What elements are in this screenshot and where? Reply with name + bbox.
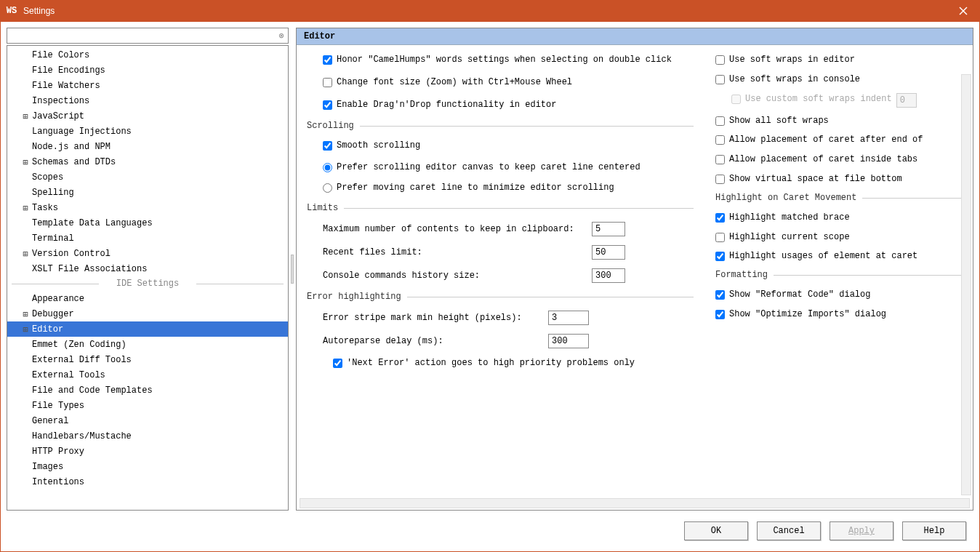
tree-item[interactable]: File Types (7, 398, 288, 413)
prefer-caret-radio[interactable] (323, 183, 332, 193)
tree-item-label: Appearance (31, 294, 84, 304)
virtual-space-bottom-label: Show virtual space at file bottom (729, 173, 902, 185)
horizontal-scrollbar[interactable] (300, 498, 970, 508)
reformat-dialog-checkbox[interactable] (715, 290, 725, 300)
change-font-size-checkbox[interactable] (323, 78, 332, 87)
splitter[interactable] (289, 28, 296, 511)
tree-item[interactable]: ⊞Debugger (7, 306, 288, 321)
app-logo-icon: WS (6, 5, 17, 17)
expander-icon[interactable]: ⊞ (20, 111, 31, 121)
tree-item[interactable]: XSLT File Associations (7, 261, 288, 276)
show-all-soft-wraps-checkbox[interactable] (715, 116, 725, 126)
virtual-space-bottom-checkbox[interactable] (715, 175, 725, 184)
soft-wraps-editor-checkbox[interactable] (715, 55, 725, 65)
tree-item-label: Scopes (31, 172, 63, 183)
ok-button[interactable]: OK (684, 521, 748, 540)
tree-item-label: HTTP Proxy (31, 447, 84, 457)
highlight-usages-label: Highlight usages of element at caret (729, 250, 917, 263)
tree-item[interactable]: ⊞Schemas and DTDs (7, 154, 288, 169)
expander-icon[interactable]: ⊞ (20, 157, 31, 167)
autoreparse-input[interactable] (548, 334, 589, 348)
tree-item[interactable]: File Watchers (7, 78, 288, 93)
error-stripe-input[interactable] (548, 311, 589, 325)
tree-item[interactable]: Handlebars/Mustache (7, 428, 288, 444)
tree-item[interactable]: Template Data Languages (7, 215, 288, 231)
console-history-input[interactable] (592, 268, 625, 283)
prefer-canvas-radio[interactable] (323, 163, 332, 172)
caret-after-eol-label: Allow placement of caret after end of (729, 134, 923, 146)
honor-camelhumps-label: Honor "CamelHumps" words settings when s… (337, 54, 672, 66)
tree-item[interactable]: ⊞JavaScript (7, 108, 288, 124)
console-history-label: Console commands history size: (323, 271, 585, 281)
recent-files-input[interactable] (592, 245, 625, 260)
tree-item-label: Tasks (31, 203, 58, 213)
tree-item-label: Terminal (31, 233, 74, 244)
soft-wraps-console-checkbox[interactable] (715, 75, 725, 84)
limits-title: Limits (307, 203, 344, 213)
tree-item[interactable]: ⊞Version Control (7, 246, 288, 261)
honor-camelhumps-checkbox[interactable] (323, 55, 332, 65)
tree-item[interactable]: Intentions (7, 474, 288, 489)
apply-button[interactable]: Apply (830, 521, 893, 540)
tree-section-header: IDE Settings (7, 276, 288, 291)
tree-item[interactable]: Node.js and NPM (7, 139, 288, 154)
tree-item[interactable]: File Encodings (7, 63, 288, 78)
expander-icon[interactable]: ⊞ (20, 249, 31, 259)
title-bar: WS Settings (0, 0, 980, 22)
dialog-button-bar: OK Cancel Apply Help (7, 516, 973, 545)
tree-item[interactable]: Inspections (7, 93, 288, 108)
tree-item[interactable]: Spelling (7, 185, 288, 200)
tree-item[interactable]: Scopes (7, 169, 288, 185)
panel-title: Editor (297, 28, 973, 45)
tree-item[interactable]: File and Code Templates (7, 383, 288, 398)
help-button[interactable]: Help (902, 521, 966, 540)
expander-icon[interactable]: ⊞ (20, 309, 31, 319)
window-title: Settings (23, 6, 947, 16)
caret-inside-tabs-checkbox[interactable] (715, 155, 725, 164)
tree-item[interactable]: Terminal (7, 231, 288, 246)
close-button[interactable] (947, 0, 980, 22)
search-input[interactable] (7, 31, 275, 41)
clear-search-icon[interactable]: ⊗ (275, 31, 288, 41)
close-icon (959, 7, 968, 15)
cancel-button[interactable]: Cancel (757, 521, 821, 540)
tree-item[interactable]: External Diff Tools (7, 352, 288, 367)
soft-wraps-console-label: Use soft wraps in console (729, 73, 860, 86)
highlight-usages-checkbox[interactable] (715, 252, 725, 261)
tree-item[interactable]: External Tools (7, 367, 288, 383)
expander-icon[interactable]: ⊞ (20, 324, 31, 335)
tree-item-label: File Colors (31, 50, 89, 60)
next-error-checkbox[interactable] (333, 359, 342, 368)
formatting-title: Formatting (715, 270, 774, 280)
prefer-canvas-label: Prefer scrolling editor canvas to keep c… (337, 162, 640, 172)
tree-item-label: External Diff Tools (31, 355, 132, 365)
scrolling-title: Scrolling (307, 121, 360, 131)
tree-item-label: General (31, 416, 68, 426)
optimize-imports-dialog-checkbox[interactable] (715, 310, 725, 319)
settings-tree[interactable]: File ColorsFile EncodingsFile WatchersIn… (7, 45, 289, 511)
enable-dnd-checkbox[interactable] (323, 100, 332, 110)
caret-after-eol-checkbox[interactable] (715, 135, 725, 145)
tree-item-label: XSLT File Associations (31, 264, 147, 274)
tree-item[interactable]: Appearance (7, 291, 288, 306)
tree-item[interactable]: ⊞Tasks (7, 200, 288, 215)
expander-icon[interactable]: ⊞ (20, 203, 31, 213)
tree-item[interactable]: HTTP Proxy (7, 444, 288, 459)
tree-item-label: Intentions (31, 477, 84, 487)
highlight-scope-label: Highlight current scope (729, 231, 850, 244)
tree-item[interactable]: Emmet (Zen Coding) (7, 337, 288, 352)
tree-item[interactable]: ⊞Editor (7, 321, 288, 337)
sidebar: ⊗ File ColorsFile EncodingsFile Watchers… (7, 28, 289, 511)
smooth-scrolling-checkbox[interactable] (323, 141, 332, 151)
highlight-scope-checkbox[interactable] (715, 233, 725, 242)
highlight-brace-checkbox[interactable] (715, 213, 725, 223)
tree-item[interactable]: Images (7, 459, 288, 474)
tree-item-label: Debugger (31, 309, 74, 319)
vertical-scrollbar[interactable] (961, 74, 971, 495)
tree-item[interactable]: File Colors (7, 47, 288, 63)
tree-item[interactable]: General (7, 413, 288, 428)
tree-item[interactable]: Language Injections (7, 124, 288, 139)
tree-item-label: Schemas and DTDs (31, 157, 116, 167)
soft-wraps-editor-label: Use soft wraps in editor (729, 54, 855, 66)
clipboard-limit-input[interactable] (592, 222, 625, 236)
